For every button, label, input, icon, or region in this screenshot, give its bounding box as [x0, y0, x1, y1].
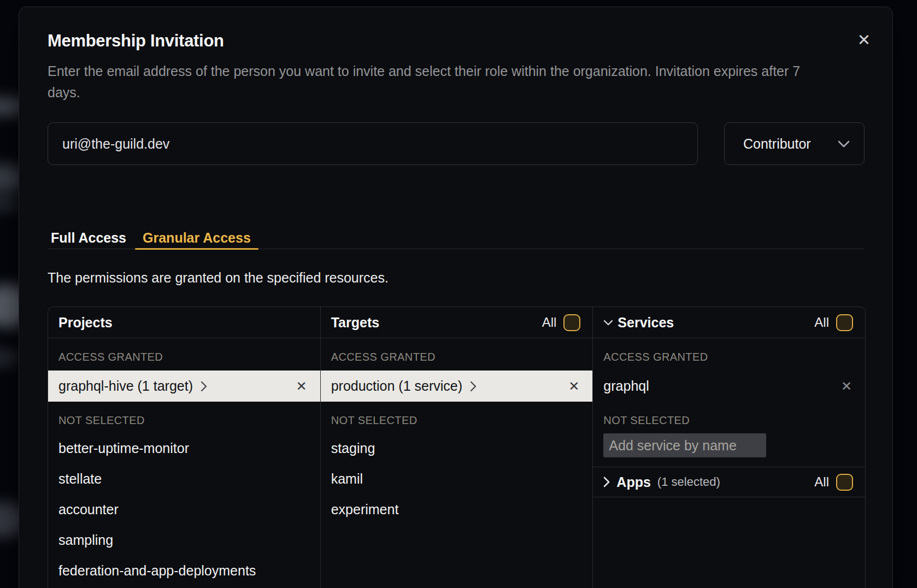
targets-all-group: All — [542, 314, 581, 331]
project-list-item[interactable]: federation-and-app-deployments — [48, 555, 320, 586]
close-icon: ✕ — [857, 32, 871, 48]
targets-not-selected-label: NOT SELECTED — [321, 414, 593, 426]
projects-granted-row[interactable]: graphql-hive (1 target) ✕ — [48, 371, 320, 402]
backdrop-blur-blob — [0, 350, 21, 366]
chevron-down-icon[interactable] — [603, 320, 613, 326]
projects-granted-item-label: graphql-hive (1 target) — [58, 378, 193, 394]
targets-column-title: Targets — [331, 315, 379, 331]
dialog-description-line1: Enter the email address of the person yo… — [48, 63, 800, 79]
tab-full-access-label: Full Access — [51, 230, 126, 246]
apps-selected-count: (1 selected) — [657, 475, 720, 489]
services-all-label: All — [814, 315, 829, 330]
services-header-cell: Services All — [593, 307, 865, 338]
apps-all-group: All — [814, 474, 853, 491]
targets-all-label: All — [542, 315, 557, 330]
targets-all-checkbox[interactable] — [563, 314, 580, 331]
chevron-right-icon[interactable] — [603, 477, 610, 487]
services-access-granted-label: ACCESS GRANTED — [593, 351, 865, 363]
chevron-down-icon — [838, 140, 850, 148]
close-icon: ✕ — [841, 379, 852, 394]
projects-header-cell: Projects — [48, 307, 321, 338]
projects-access-granted-label: ACCESS GRANTED — [48, 351, 320, 363]
services-all-group: All — [814, 314, 853, 331]
apps-all-label: All — [814, 474, 829, 490]
role-select-value: Contributor — [743, 136, 811, 152]
permissions-note: The permissions are granted on the speci… — [48, 270, 389, 286]
targets-granted-item-label: production (1 service) — [331, 378, 462, 394]
invite-form-row: Contributor — [48, 122, 865, 165]
tab-granular-access[interactable]: Granular Access — [135, 227, 258, 249]
services-not-selected-label: NOT SELECTED — [593, 414, 865, 426]
projects-not-selected-label: NOT SELECTED — [48, 414, 320, 426]
project-list-item[interactable]: sampling — [48, 525, 320, 555]
access-tabs: Full Access Granular Access — [48, 227, 865, 249]
remove-project-button[interactable]: ✕ — [296, 380, 307, 393]
targets-header-cell: Targets All — [321, 307, 593, 338]
projects-column: ACCESS GRANTED graphql-hive (1 target) ✕… — [48, 338, 321, 588]
chevron-right-icon — [470, 381, 477, 392]
apps-all-checkbox[interactable] — [836, 474, 853, 491]
services-column: ACCESS GRANTED graphql ✕ NOT SELECTED Ap… — [593, 338, 865, 588]
dialog-title: Membership Invitation — [48, 31, 224, 51]
resource-selection-table: Projects Targets All Services All — [48, 307, 866, 588]
targets-not-selected-list: staging kamil experiment — [321, 433, 593, 525]
projects-column-title: Projects — [58, 315, 113, 331]
tab-granular-access-label: Granular Access — [143, 230, 251, 246]
targets-granted-row[interactable]: production (1 service) ✕ — [321, 371, 593, 402]
target-list-item[interactable]: experiment — [321, 494, 593, 525]
services-granted-row[interactable]: graphql ✕ — [593, 371, 865, 402]
services-all-checkbox[interactable] — [836, 314, 853, 331]
apps-row[interactable]: Apps (1 selected) All — [593, 467, 865, 497]
project-list-item[interactable]: better-uptime-monitor — [48, 433, 320, 463]
targets-access-granted-label: ACCESS GRANTED — [321, 351, 593, 363]
email-input[interactable] — [48, 122, 698, 165]
add-service-input[interactable] — [603, 433, 766, 457]
targets-column: ACCESS GRANTED production (1 service) ✕ … — [321, 338, 593, 588]
project-list-item[interactable]: stellate — [48, 463, 320, 494]
services-column-title: Services — [618, 315, 674, 331]
close-button[interactable]: ✕ — [853, 29, 875, 51]
tab-full-access[interactable]: Full Access — [48, 227, 135, 249]
target-list-item[interactable]: staging — [321, 433, 593, 463]
project-list-item[interactable]: accounter — [48, 494, 320, 525]
projects-not-selected-list: better-uptime-monitor stellate accounter… — [48, 433, 320, 586]
close-icon: ✕ — [296, 379, 307, 394]
apps-title: Apps — [616, 474, 651, 490]
dialog-description: Enter the email address of the person yo… — [48, 61, 867, 103]
target-list-item[interactable]: kamil — [321, 463, 593, 494]
role-select[interactable]: Contributor — [724, 122, 865, 165]
services-granted-item-label: graphql — [603, 378, 649, 394]
close-icon: ✕ — [568, 379, 579, 394]
membership-invitation-dialog: ✕ Membership Invitation Enter the email … — [19, 7, 893, 588]
resource-table-body: ACCESS GRANTED graphql-hive (1 target) ✕… — [48, 338, 865, 588]
remove-target-button[interactable]: ✕ — [568, 380, 579, 393]
chevron-right-icon — [201, 381, 207, 392]
remove-service-button[interactable]: ✕ — [841, 380, 852, 393]
dialog-description-line2: days. — [48, 85, 80, 100]
resource-table-header: Projects Targets All Services All — [48, 307, 865, 338]
